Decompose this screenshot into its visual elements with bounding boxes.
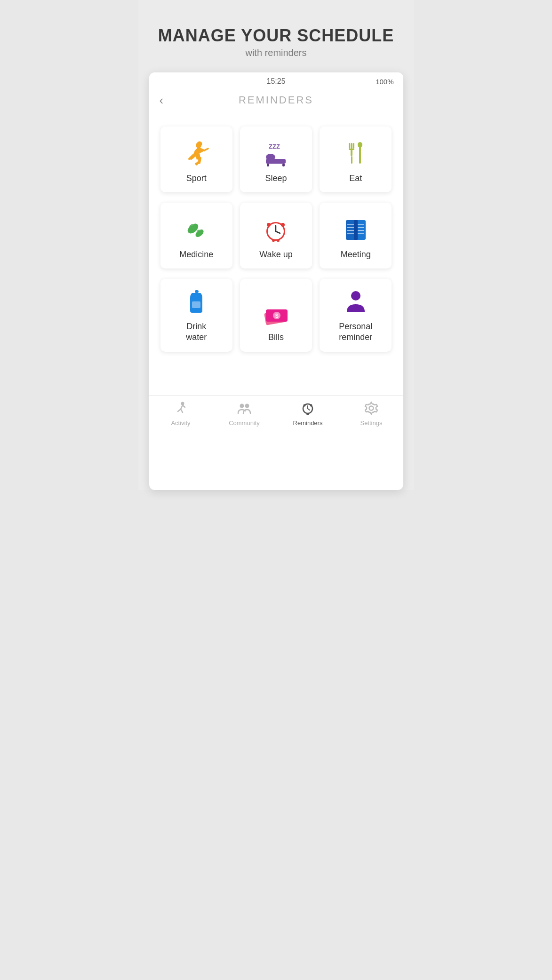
tab-community-label: Community xyxy=(229,419,260,427)
sport-icon xyxy=(183,139,210,168)
card-eat[interactable]: Eat xyxy=(320,126,392,192)
grid-row-3: Drinkwater $ Bills xyxy=(160,279,392,352)
svg-rect-41 xyxy=(195,290,199,293)
tab-reminders-label: Reminders xyxy=(293,419,323,427)
grid-row-1: Sport ZZZ xyxy=(160,126,392,192)
nav-title: REMINDERS xyxy=(239,94,313,106)
status-bar: 15:25 100% xyxy=(149,72,403,88)
status-time: 15:25 xyxy=(237,77,315,86)
personalreminder-icon xyxy=(342,287,369,316)
svg-point-47 xyxy=(351,291,360,300)
svg-rect-32 xyxy=(354,220,358,240)
card-personalreminder-label: Personalreminder xyxy=(339,321,372,343)
svg-point-19 xyxy=(358,142,362,148)
svg-line-49 xyxy=(181,405,183,409)
svg-point-26 xyxy=(267,223,271,227)
phone-container: MANAGE YOUR SCHEDULE with reminders 15:2… xyxy=(138,0,414,490)
svg-rect-14 xyxy=(349,143,350,149)
tab-settings[interactable]: Settings xyxy=(340,401,403,427)
community-icon xyxy=(237,401,251,418)
card-personalreminder[interactable]: Personalreminder xyxy=(320,279,392,352)
svg-line-7 xyxy=(204,149,208,150)
svg-rect-16 xyxy=(349,149,354,150)
medicine-icon xyxy=(183,215,210,245)
svg-point-56 xyxy=(304,404,306,406)
reminders-tab-icon xyxy=(301,401,315,418)
card-sleep-label: Sleep xyxy=(265,173,287,184)
svg-point-57 xyxy=(310,404,312,406)
card-sleep[interactable]: ZZZ Sleep xyxy=(240,126,312,192)
battery-indicator: 100% xyxy=(376,78,393,86)
svg-point-53 xyxy=(240,403,244,408)
settings-icon xyxy=(364,401,378,418)
svg-rect-60 xyxy=(306,413,309,415)
tab-community[interactable]: Community xyxy=(213,401,276,427)
card-sport[interactable]: Sport xyxy=(160,126,232,192)
svg-line-51 xyxy=(181,409,183,412)
card-sport-label: Sport xyxy=(186,173,207,184)
svg-text:ZZZ: ZZZ xyxy=(269,143,280,150)
phone-screen: 15:25 100% ‹ REMINDERS xyxy=(149,72,403,490)
tab-bar: Activity Community xyxy=(149,395,403,433)
svg-line-59 xyxy=(308,409,310,410)
sub-title: with reminders xyxy=(158,47,394,58)
meeting-icon xyxy=(342,215,369,245)
svg-point-27 xyxy=(281,223,285,227)
header-section: MANAGE YOUR SCHEDULE with reminders xyxy=(158,26,394,58)
card-medicine[interactable]: Medicine xyxy=(160,203,232,269)
card-bills-label: Bills xyxy=(268,332,284,343)
svg-rect-10 xyxy=(266,159,286,164)
sleep-icon: ZZZ xyxy=(262,139,289,168)
svg-line-52 xyxy=(183,405,185,407)
tab-activity-label: Activity xyxy=(171,419,190,427)
spacer xyxy=(149,362,403,386)
drinkwater-icon xyxy=(183,287,210,316)
card-meeting-label: Meeting xyxy=(341,249,371,260)
svg-rect-15 xyxy=(353,143,354,149)
card-drinkwater-label: Drinkwater xyxy=(186,321,207,343)
nav-bar: ‹ REMINDERS xyxy=(149,88,403,115)
svg-rect-29 xyxy=(277,240,280,242)
tab-activity[interactable]: Activity xyxy=(149,401,213,427)
activity-icon xyxy=(174,401,188,418)
card-medicine-label: Medicine xyxy=(179,249,213,260)
main-title: MANAGE YOUR SCHEDULE xyxy=(158,26,394,46)
bills-icon: $ xyxy=(262,298,289,327)
svg-rect-12 xyxy=(282,164,285,166)
card-meeting[interactable]: Meeting xyxy=(320,203,392,269)
card-bills[interactable]: $ Bills xyxy=(240,279,312,352)
card-wakeup-label: Wake up xyxy=(259,249,292,260)
tab-reminders[interactable]: Reminders xyxy=(276,401,340,427)
card-drinkwater[interactable]: Drinkwater xyxy=(160,279,232,352)
card-eat-label: Eat xyxy=(349,173,362,184)
svg-rect-28 xyxy=(272,240,275,242)
svg-text:$: $ xyxy=(275,313,279,319)
svg-rect-42 xyxy=(192,301,200,308)
wakeup-icon xyxy=(262,215,289,245)
grid-row-2: Medicine xyxy=(160,203,392,269)
tab-settings-label: Settings xyxy=(360,419,383,427)
svg-rect-17 xyxy=(351,156,352,164)
card-wakeup[interactable]: Wake up xyxy=(240,203,312,269)
reminders-grid: Sport ZZZ xyxy=(149,115,403,352)
eat-icon xyxy=(342,139,369,168)
back-button[interactable]: ‹ xyxy=(160,93,164,108)
svg-point-61 xyxy=(369,406,374,410)
svg-point-54 xyxy=(245,403,249,408)
svg-rect-11 xyxy=(267,164,269,166)
